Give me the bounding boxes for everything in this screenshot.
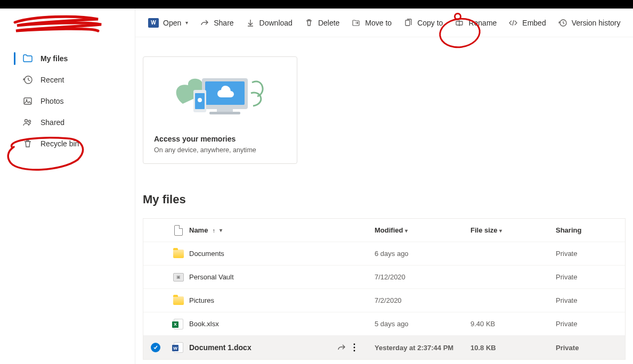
file-name: Documents xyxy=(189,250,224,258)
sidebar: My files Recent Photos Shared xyxy=(0,9,135,364)
table-row[interactable]: Book.xlsx 5 days ago 9.40 KB Private xyxy=(143,312,625,336)
folder-icon xyxy=(22,53,33,64)
file-sharing: Private xyxy=(556,250,625,258)
embed-icon xyxy=(508,18,518,28)
card-title: Access your memories xyxy=(154,135,286,143)
download-icon xyxy=(246,18,255,28)
file-name: Document 1.docx xyxy=(189,343,333,352)
file-name: Personal Vault xyxy=(189,273,234,281)
trash-icon xyxy=(304,18,314,28)
file-modified: 5 days ago xyxy=(375,320,470,328)
folder-icon xyxy=(173,250,184,258)
rename-icon xyxy=(455,18,464,28)
sidebar-item-label: My files xyxy=(40,54,68,63)
svg-point-14 xyxy=(198,98,202,102)
delete-label: Delete xyxy=(318,19,339,27)
sidebar-item-photos[interactable]: Photos xyxy=(0,90,135,112)
version-history-button[interactable]: Version history xyxy=(553,15,626,31)
column-size-label: File size xyxy=(470,226,498,234)
files-table: Name ↑ ▾ Modified ▾ File size ▾ Sharing xyxy=(143,218,626,360)
sidebar-item-label: Photos xyxy=(40,97,64,105)
download-button[interactable]: Download xyxy=(240,15,298,31)
file-modified: 7/2/2020 xyxy=(375,296,470,304)
excel-icon xyxy=(174,319,183,329)
sidebar-item-label: Recent xyxy=(40,76,64,84)
table-row[interactable]: ▣ Personal Vault 7/12/2020 Private xyxy=(143,266,625,289)
sidebar-item-label: Shared xyxy=(40,118,64,127)
file-name: Pictures xyxy=(189,296,214,304)
copy-to-button[interactable]: Copy to xyxy=(398,15,448,31)
share-icon xyxy=(200,18,209,28)
svg-point-4 xyxy=(29,120,31,122)
chevron-down-icon[interactable]: ▾ xyxy=(499,228,502,234)
sort-ascending-icon: ↑ xyxy=(212,227,215,234)
move-label: Move to xyxy=(365,19,392,27)
table-row[interactable]: Pictures 7/2/2020 Private xyxy=(143,289,625,312)
svg-point-17 xyxy=(354,350,355,352)
svg-rect-10 xyxy=(217,109,233,112)
open-button[interactable]: W Open ▾ xyxy=(143,15,193,31)
file-size: 9.40 KB xyxy=(470,320,556,328)
column-sharing[interactable]: Sharing xyxy=(556,226,625,234)
redaction-scribble xyxy=(13,13,103,36)
table-row[interactable]: Document 1.docx Yesterday at 2:37:44 PM … xyxy=(143,336,625,359)
main-content: W Open ▾ Share Download Delete Move to xyxy=(135,9,633,364)
card-illustration xyxy=(154,67,286,125)
svg-rect-11 xyxy=(209,112,240,114)
column-sharing-label: Sharing xyxy=(556,226,581,234)
people-icon xyxy=(22,117,33,128)
card-subtitle: On any device, anywhere, anytime xyxy=(154,146,286,154)
file-modified: Yesterday at 2:37:44 PM xyxy=(375,344,470,352)
column-modified[interactable]: Modified ▾ xyxy=(375,226,470,234)
file-sharing: Private xyxy=(556,273,625,281)
share-icon[interactable] xyxy=(337,343,346,352)
file-name: Book.xlsx xyxy=(189,320,219,328)
sidebar-item-recent[interactable]: Recent xyxy=(0,69,135,90)
sidebar-item-shared[interactable]: Shared xyxy=(0,112,135,133)
file-sharing: Private xyxy=(556,296,625,304)
column-modified-label: Modified xyxy=(375,226,403,234)
chevron-down-icon[interactable]: ▾ xyxy=(220,227,222,233)
file-modified: 6 days ago xyxy=(375,250,470,258)
more-actions-icon[interactable] xyxy=(353,343,355,352)
move-to-button[interactable]: Move to xyxy=(346,15,397,31)
memories-card[interactable]: Access your memories On any device, anyw… xyxy=(143,56,297,164)
sidebar-item-my-files[interactable]: My files xyxy=(0,48,135,69)
version-label: Version history xyxy=(572,19,621,27)
download-label: Download xyxy=(259,19,293,27)
svg-rect-5 xyxy=(405,20,410,26)
toolbar: W Open ▾ Share Download Delete Move to xyxy=(135,9,633,37)
my-files-heading: My files xyxy=(135,164,633,206)
rename-label: Rename xyxy=(468,19,497,27)
rename-button[interactable]: Rename xyxy=(449,15,502,31)
embed-label: Embed xyxy=(522,19,546,27)
file-type-column-icon[interactable] xyxy=(168,225,189,236)
copy-icon xyxy=(403,18,413,28)
word-icon xyxy=(174,342,183,353)
table-row[interactable]: Documents 6 days ago Private xyxy=(143,242,625,266)
history-icon xyxy=(558,18,567,28)
open-label: Open xyxy=(163,19,181,27)
hand-drawn-circle-annotation xyxy=(3,136,88,173)
photo-icon xyxy=(22,96,33,106)
svg-point-15 xyxy=(354,344,355,345)
row-selected-check-icon[interactable] xyxy=(151,343,160,352)
column-file-size[interactable]: File size ▾ xyxy=(470,226,556,234)
embed-button[interactable]: Embed xyxy=(503,15,551,31)
share-button[interactable]: Share xyxy=(194,15,239,31)
window-top-bar xyxy=(0,0,633,9)
vault-icon: ▣ xyxy=(173,273,184,282)
svg-point-3 xyxy=(25,120,28,122)
share-label: Share xyxy=(214,19,233,27)
clock-icon xyxy=(22,75,33,85)
file-sharing: Private xyxy=(556,344,625,352)
chevron-down-icon[interactable]: ▾ xyxy=(405,228,408,234)
copy-label: Copy to xyxy=(417,19,443,27)
column-name[interactable]: Name ↑ ▾ xyxy=(189,226,375,234)
chevron-down-icon: ▾ xyxy=(185,20,188,26)
file-sharing: Private xyxy=(556,320,625,328)
move-icon xyxy=(351,18,361,28)
delete-button[interactable]: Delete xyxy=(299,15,345,31)
svg-point-16 xyxy=(354,347,355,349)
file-size: 10.8 KB xyxy=(470,344,556,352)
